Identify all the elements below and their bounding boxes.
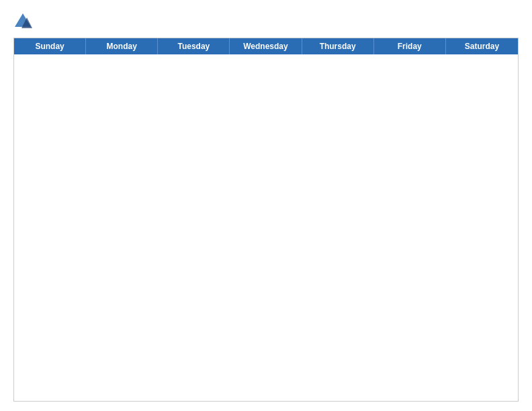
day-header: Monday [86,38,158,54]
logo [13,12,35,31]
day-headers: SundayMondayTuesdayWednesdayThursdayFrid… [14,38,518,54]
day-header: Sunday [14,38,86,54]
calendar: SundayMondayTuesdayWednesdayThursdayFrid… [13,38,519,402]
day-header: Tuesday [158,38,230,54]
calendar-body [14,54,518,401]
page: SundayMondayTuesdayWednesdayThursdayFrid… [0,0,532,411]
header [13,12,519,31]
day-header: Saturday [446,38,518,54]
day-header: Wednesday [230,38,302,54]
day-header: Thursday [302,38,374,54]
logo-icon [13,12,32,31]
day-header: Friday [374,38,446,54]
